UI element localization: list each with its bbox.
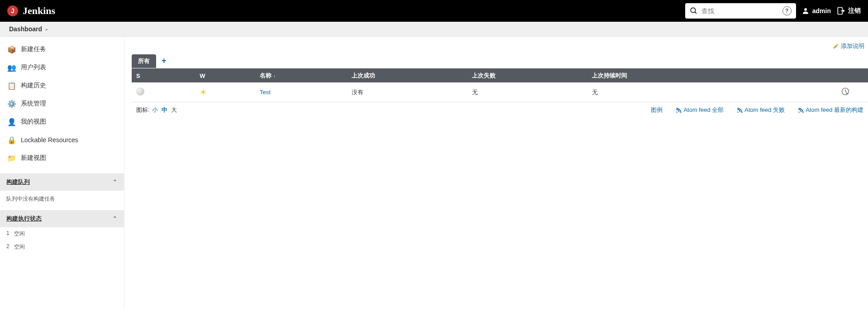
svg-line-1 [695,12,696,14]
gear-icon: ⚙️ [7,99,16,108]
rss-icon [675,107,682,113]
history-icon: 📋 [7,81,16,90]
status-ball-icon [136,87,144,96]
logout-link[interactable]: 注销 [836,6,861,15]
search-box[interactable]: ? [685,3,796,19]
svg-point-2 [804,8,807,11]
job-name-link[interactable]: Test [260,89,271,96]
executor-row: 2 空闲 [0,240,124,254]
executor-header[interactable]: 构建执行状态 ⌃ [0,210,124,227]
sidebar-item-label: 我的视图 [21,118,46,126]
sidebar-item-label: 构建历史 [21,82,46,90]
col-name[interactable]: 名称↓ [255,69,347,82]
build-queue-header[interactable]: 构建队列 ⌃ [0,173,124,191]
sidebar-item-label: 新建任务 [21,45,46,53]
sidebar-item-new-job[interactable]: 📦 新建任务 [0,40,124,58]
breadcrumb-dashboard[interactable]: Dashboard [9,25,42,33]
add-description-label: 添加说明 [841,42,864,50]
atom-feed-all[interactable]: Atom feed 全部 [675,106,724,114]
lock-icon: 🔒 [7,135,16,144]
body-wrap: 📦 新建任务 👥 用户列表 📋 构建历史 ⚙️ 系统管理 👤 我的视图 🔒 [0,37,868,308]
clock-play-icon [841,87,850,96]
side-tasks: 📦 新建任务 👥 用户列表 📋 构建历史 ⚙️ 系统管理 👤 我的视图 🔒 [0,37,124,171]
sidebar: 📦 新建任务 👥 用户列表 📋 构建历史 ⚙️ 系统管理 👤 我的视图 🔒 [0,37,124,308]
sidebar-item-label: 新建视图 [21,154,46,162]
feed-latest-label: Atom feed 最新的构建 [806,106,863,114]
executor-title: 构建执行状态 [6,215,42,223]
top-actions: 添加说明 [132,42,868,51]
sidebar-item-build-history[interactable]: 📋 构建历史 [0,77,124,95]
user-name: admin [812,7,831,14]
chevron-right-icon: ▸ [46,27,48,32]
user-link[interactable]: admin [801,7,831,15]
job-name-cell: Test [255,82,347,102]
icon-size-selector: 图标: 小 中 大 [136,106,178,114]
logout-label: 注销 [848,7,861,15]
executor-num: 1 [6,230,10,238]
sidebar-item-people[interactable]: 👥 用户列表 [0,58,124,77]
executor-row: 1 空闲 [0,227,124,240]
sort-down-arrow-icon: ↓ [273,73,276,78]
help-icon[interactable]: ? [782,6,792,15]
header-right: ? admin 注销 [685,3,861,19]
col-last-success[interactable]: 上次成功 [347,69,467,82]
chevron-up-icon[interactable]: ⌃ [112,178,118,186]
sun-icon: ☀ [200,88,207,97]
job-weather-cell: ☀ [195,82,255,102]
my-view-icon: 👤 [7,117,16,126]
col-last-duration[interactable]: 上次持续时间 [587,69,751,82]
view-tabs: 所有 + [132,53,868,69]
sidebar-item-my-views[interactable]: 👤 我的视图 [0,113,124,131]
search-input[interactable] [701,7,782,14]
icon-size-label: 图标: [136,106,150,113]
search-icon [690,7,698,15]
people-icon: 👥 [7,63,16,72]
executor-num: 2 [6,243,10,251]
icon-size-medium[interactable]: 中 [162,106,167,113]
job-last-duration: 无 [587,82,751,102]
col-weather[interactable]: W [195,69,255,82]
add-description-link[interactable]: 添加说明 [833,42,864,50]
logout-icon [836,6,845,15]
table-footer: 图标: 小 中 大 图例 Atom feed 全部 Atom feed 失败 A… [132,102,868,118]
icon-size-large[interactable]: 大 [171,106,177,113]
job-build-cell [751,82,868,102]
header-left: J Jenkins [7,5,55,17]
rss-icon [797,107,804,113]
sidebar-item-manage[interactable]: ⚙️ 系统管理 [0,95,124,113]
feed-failed-label: Atom feed 失败 [744,106,785,114]
feed-links: 图例 Atom feed 全部 Atom feed 失败 Atom feed 最… [651,106,863,114]
tab-all[interactable]: 所有 [132,54,156,68]
rss-icon [736,107,743,113]
sidebar-item-label: 用户列表 [21,63,46,72]
col-last-failure[interactable]: 上次失败 [467,69,588,82]
jobs-table: S W 名称↓ 上次成功 上次失败 上次持续时间 ☀ Test 没有 无 无 [132,69,868,102]
legend-link[interactable]: 图例 [651,106,663,114]
sidebar-item-label: 系统管理 [21,100,46,108]
chevron-up-icon[interactable]: ⌃ [112,215,118,222]
executor-status: 空闲 [14,243,25,251]
sidebar-item-new-view[interactable]: 📁 新建视图 [0,149,124,167]
schedule-build-button[interactable] [841,91,850,97]
new-item-icon: 📦 [7,45,16,54]
col-status[interactable]: S [132,69,195,82]
tab-add-button[interactable]: + [156,53,172,68]
user-icon [801,7,810,15]
icon-size-small[interactable]: 小 [152,106,158,113]
jenkins-logo-icon[interactable]: J [7,5,18,16]
breadcrumb: Dashboard ▸ [0,22,868,37]
atom-feed-latest[interactable]: Atom feed 最新的构建 [797,106,863,114]
atom-feed-failed[interactable]: Atom feed 失败 [736,106,785,114]
build-queue-empty: 队列中没有构建任务 [0,191,124,207]
pencil-icon [833,43,839,49]
job-last-success: 没有 [347,82,467,102]
col-build [751,69,868,82]
feed-all-label: Atom feed 全部 [683,106,724,114]
svg-point-0 [691,8,696,13]
top-header: J Jenkins ? admin 注销 [0,0,868,22]
executor-status: 空闲 [14,230,25,238]
main-panel: 添加说明 所有 + S W 名称↓ 上次成功 上次失败 上次持续时间 [124,37,868,308]
jenkins-title[interactable]: Jenkins [23,5,55,17]
col-name-label: 名称 [260,72,272,79]
sidebar-item-lockable[interactable]: 🔒 Lockable Resources [0,131,124,149]
